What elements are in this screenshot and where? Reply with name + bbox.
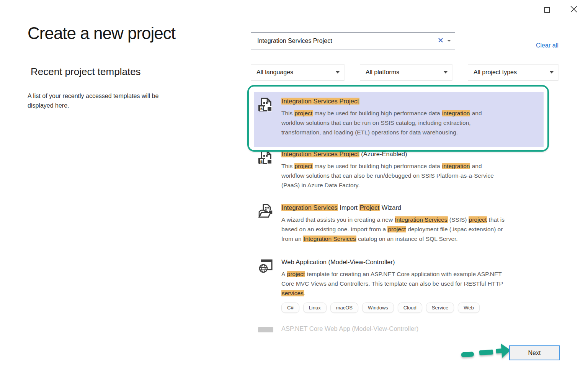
chevron-down-icon — [550, 71, 554, 74]
template-description: This project may be used for building hi… — [281, 161, 544, 190]
template-title: ASP.NET Core Web App (Model-View-Control… — [281, 325, 544, 333]
close-icon — [570, 5, 578, 13]
template-item[interactable]: Web Application (Model-View-Controller)A… — [254, 258, 544, 313]
template-tag: Cloud — [398, 303, 422, 313]
template-tag: Windows — [362, 303, 394, 313]
placeholder-icon — [258, 325, 273, 335]
template-tags: C#LinuxmacOSWindowsCloudServiceWeb — [281, 303, 544, 313]
template-title: Integration Services Project (Azure-Enab… — [281, 150, 544, 158]
template-list: Integration Services ProjectThis project… — [254, 0, 544, 335]
template-item[interactable]: Integration Services ProjectThis project… — [254, 92, 544, 147]
ssis-project-icon — [258, 97, 273, 113]
recent-templates-heading: Recent project templates — [31, 66, 141, 78]
web-app-icon — [258, 258, 273, 273]
template-item[interactable]: Integration Services Project (Azure-Enab… — [254, 150, 544, 190]
template-tag: Service — [426, 303, 454, 313]
template-item[interactable]: ASP.NET Core Web App (Model-View-Control… — [254, 325, 544, 335]
template-description: A wizard that assists you in creating a … — [281, 215, 544, 244]
template-title: Integration Services Import Project Wiza… — [281, 204, 544, 212]
ssis-project-icon — [258, 150, 273, 165]
page-title: Create a new project — [28, 24, 175, 43]
template-item[interactable]: Integration Services Import Project Wiza… — [254, 204, 544, 244]
maximize-icon — [544, 7, 550, 13]
template-tag: macOS — [330, 303, 358, 313]
create-project-dialog: Create a new project Clear all All langu… — [0, 0, 588, 386]
template-tag: Linux — [303, 303, 327, 313]
arrow-annotation — [459, 340, 512, 364]
template-tag: Web — [458, 303, 480, 313]
template-description: A project template for creating an ASP.N… — [281, 269, 544, 298]
recent-templates-empty-text: A list of your recently accessed templat… — [28, 91, 158, 110]
close-button[interactable] — [567, 3, 580, 15]
template-tag: C# — [281, 303, 299, 313]
template-title: Web Application (Model-View-Controller) — [281, 258, 544, 266]
ssis-wizard-icon — [258, 204, 273, 219]
next-button[interactable]: Next — [509, 345, 560, 360]
template-title: Integration Services Project — [281, 97, 544, 105]
template-description: This project may be used for building hi… — [281, 108, 544, 137]
